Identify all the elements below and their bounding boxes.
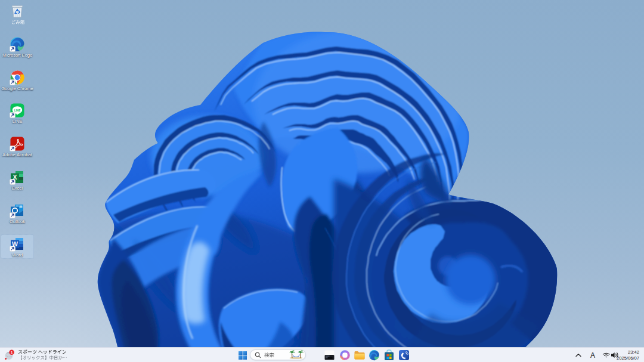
svg-text:A: A <box>590 351 595 360</box>
